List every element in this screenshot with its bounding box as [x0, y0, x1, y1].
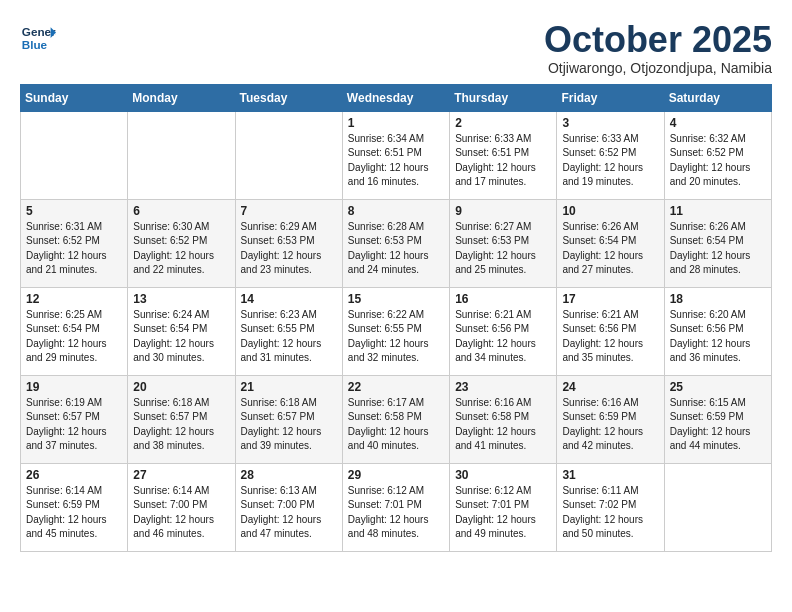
day-number: 16	[455, 292, 551, 306]
calendar-cell: 14Sunrise: 6:23 AM Sunset: 6:55 PM Dayli…	[235, 287, 342, 375]
day-info: Sunrise: 6:16 AM Sunset: 6:58 PM Dayligh…	[455, 396, 551, 454]
day-number: 7	[241, 204, 337, 218]
day-number: 2	[455, 116, 551, 130]
day-number: 24	[562, 380, 658, 394]
calendar-cell: 21Sunrise: 6:18 AM Sunset: 6:57 PM Dayli…	[235, 375, 342, 463]
day-info: Sunrise: 6:26 AM Sunset: 6:54 PM Dayligh…	[562, 220, 658, 278]
weekday-header-wednesday: Wednesday	[342, 84, 449, 111]
day-info: Sunrise: 6:33 AM Sunset: 6:52 PM Dayligh…	[562, 132, 658, 190]
day-info: Sunrise: 6:17 AM Sunset: 6:58 PM Dayligh…	[348, 396, 444, 454]
calendar-table: SundayMondayTuesdayWednesdayThursdayFrid…	[20, 84, 772, 552]
calendar-cell: 28Sunrise: 6:13 AM Sunset: 7:00 PM Dayli…	[235, 463, 342, 551]
calendar-cell: 31Sunrise: 6:11 AM Sunset: 7:02 PM Dayli…	[557, 463, 664, 551]
weekday-header-thursday: Thursday	[450, 84, 557, 111]
calendar-cell: 23Sunrise: 6:16 AM Sunset: 6:58 PM Dayli…	[450, 375, 557, 463]
weekday-header-friday: Friday	[557, 84, 664, 111]
day-info: Sunrise: 6:13 AM Sunset: 7:00 PM Dayligh…	[241, 484, 337, 542]
calendar-cell: 8Sunrise: 6:28 AM Sunset: 6:53 PM Daylig…	[342, 199, 449, 287]
calendar-cell: 3Sunrise: 6:33 AM Sunset: 6:52 PM Daylig…	[557, 111, 664, 199]
day-number: 19	[26, 380, 122, 394]
day-info: Sunrise: 6:27 AM Sunset: 6:53 PM Dayligh…	[455, 220, 551, 278]
calendar-cell: 17Sunrise: 6:21 AM Sunset: 6:56 PM Dayli…	[557, 287, 664, 375]
day-info: Sunrise: 6:25 AM Sunset: 6:54 PM Dayligh…	[26, 308, 122, 366]
day-number: 18	[670, 292, 766, 306]
month-title: October 2025	[544, 20, 772, 60]
calendar-cell: 5Sunrise: 6:31 AM Sunset: 6:52 PM Daylig…	[21, 199, 128, 287]
calendar-cell: 7Sunrise: 6:29 AM Sunset: 6:53 PM Daylig…	[235, 199, 342, 287]
day-info: Sunrise: 6:24 AM Sunset: 6:54 PM Dayligh…	[133, 308, 229, 366]
day-number: 4	[670, 116, 766, 130]
calendar-cell: 11Sunrise: 6:26 AM Sunset: 6:54 PM Dayli…	[664, 199, 771, 287]
day-number: 9	[455, 204, 551, 218]
calendar-cell: 15Sunrise: 6:22 AM Sunset: 6:55 PM Dayli…	[342, 287, 449, 375]
day-info: Sunrise: 6:16 AM Sunset: 6:59 PM Dayligh…	[562, 396, 658, 454]
day-number: 13	[133, 292, 229, 306]
day-number: 3	[562, 116, 658, 130]
title-block: October 2025 Otjiwarongo, Otjozondjupa, …	[544, 20, 772, 76]
weekday-header-row: SundayMondayTuesdayWednesdayThursdayFrid…	[21, 84, 772, 111]
day-number: 28	[241, 468, 337, 482]
day-info: Sunrise: 6:11 AM Sunset: 7:02 PM Dayligh…	[562, 484, 658, 542]
day-number: 1	[348, 116, 444, 130]
day-number: 6	[133, 204, 229, 218]
day-info: Sunrise: 6:12 AM Sunset: 7:01 PM Dayligh…	[455, 484, 551, 542]
day-number: 25	[670, 380, 766, 394]
day-number: 31	[562, 468, 658, 482]
day-number: 29	[348, 468, 444, 482]
day-info: Sunrise: 6:23 AM Sunset: 6:55 PM Dayligh…	[241, 308, 337, 366]
day-info: Sunrise: 6:15 AM Sunset: 6:59 PM Dayligh…	[670, 396, 766, 454]
calendar-cell: 10Sunrise: 6:26 AM Sunset: 6:54 PM Dayli…	[557, 199, 664, 287]
day-info: Sunrise: 6:28 AM Sunset: 6:53 PM Dayligh…	[348, 220, 444, 278]
day-number: 8	[348, 204, 444, 218]
day-info: Sunrise: 6:33 AM Sunset: 6:51 PM Dayligh…	[455, 132, 551, 190]
day-number: 5	[26, 204, 122, 218]
page-header: General Blue October 2025 Otjiwarongo, O…	[20, 20, 772, 76]
calendar-cell: 29Sunrise: 6:12 AM Sunset: 7:01 PM Dayli…	[342, 463, 449, 551]
week-row-2: 12Sunrise: 6:25 AM Sunset: 6:54 PM Dayli…	[21, 287, 772, 375]
calendar-cell: 25Sunrise: 6:15 AM Sunset: 6:59 PM Dayli…	[664, 375, 771, 463]
day-number: 11	[670, 204, 766, 218]
calendar-cell: 9Sunrise: 6:27 AM Sunset: 6:53 PM Daylig…	[450, 199, 557, 287]
day-number: 14	[241, 292, 337, 306]
logo: General Blue	[20, 20, 56, 56]
day-info: Sunrise: 6:34 AM Sunset: 6:51 PM Dayligh…	[348, 132, 444, 190]
calendar-cell: 27Sunrise: 6:14 AM Sunset: 7:00 PM Dayli…	[128, 463, 235, 551]
calendar-cell: 13Sunrise: 6:24 AM Sunset: 6:54 PM Dayli…	[128, 287, 235, 375]
week-row-0: 1Sunrise: 6:34 AM Sunset: 6:51 PM Daylig…	[21, 111, 772, 199]
day-number: 20	[133, 380, 229, 394]
calendar-cell: 20Sunrise: 6:18 AM Sunset: 6:57 PM Dayli…	[128, 375, 235, 463]
week-row-4: 26Sunrise: 6:14 AM Sunset: 6:59 PM Dayli…	[21, 463, 772, 551]
day-info: Sunrise: 6:22 AM Sunset: 6:55 PM Dayligh…	[348, 308, 444, 366]
day-number: 21	[241, 380, 337, 394]
calendar-cell: 12Sunrise: 6:25 AM Sunset: 6:54 PM Dayli…	[21, 287, 128, 375]
calendar-cell: 19Sunrise: 6:19 AM Sunset: 6:57 PM Dayli…	[21, 375, 128, 463]
day-info: Sunrise: 6:19 AM Sunset: 6:57 PM Dayligh…	[26, 396, 122, 454]
weekday-header-sunday: Sunday	[21, 84, 128, 111]
week-row-3: 19Sunrise: 6:19 AM Sunset: 6:57 PM Dayli…	[21, 375, 772, 463]
calendar-cell	[664, 463, 771, 551]
calendar-cell: 22Sunrise: 6:17 AM Sunset: 6:58 PM Dayli…	[342, 375, 449, 463]
day-info: Sunrise: 6:14 AM Sunset: 7:00 PM Dayligh…	[133, 484, 229, 542]
calendar-cell: 24Sunrise: 6:16 AM Sunset: 6:59 PM Dayli…	[557, 375, 664, 463]
day-info: Sunrise: 6:20 AM Sunset: 6:56 PM Dayligh…	[670, 308, 766, 366]
day-info: Sunrise: 6:14 AM Sunset: 6:59 PM Dayligh…	[26, 484, 122, 542]
day-info: Sunrise: 6:31 AM Sunset: 6:52 PM Dayligh…	[26, 220, 122, 278]
calendar-cell	[235, 111, 342, 199]
day-info: Sunrise: 6:12 AM Sunset: 7:01 PM Dayligh…	[348, 484, 444, 542]
day-number: 30	[455, 468, 551, 482]
week-row-1: 5Sunrise: 6:31 AM Sunset: 6:52 PM Daylig…	[21, 199, 772, 287]
day-number: 10	[562, 204, 658, 218]
day-number: 26	[26, 468, 122, 482]
day-info: Sunrise: 6:18 AM Sunset: 6:57 PM Dayligh…	[241, 396, 337, 454]
day-number: 27	[133, 468, 229, 482]
logo-icon: General Blue	[20, 20, 56, 56]
day-number: 17	[562, 292, 658, 306]
day-info: Sunrise: 6:30 AM Sunset: 6:52 PM Dayligh…	[133, 220, 229, 278]
day-number: 15	[348, 292, 444, 306]
location: Otjiwarongo, Otjozondjupa, Namibia	[544, 60, 772, 76]
calendar-cell	[128, 111, 235, 199]
weekday-header-saturday: Saturday	[664, 84, 771, 111]
calendar-cell: 26Sunrise: 6:14 AM Sunset: 6:59 PM Dayli…	[21, 463, 128, 551]
calendar-cell: 6Sunrise: 6:30 AM Sunset: 6:52 PM Daylig…	[128, 199, 235, 287]
calendar-cell: 18Sunrise: 6:20 AM Sunset: 6:56 PM Dayli…	[664, 287, 771, 375]
